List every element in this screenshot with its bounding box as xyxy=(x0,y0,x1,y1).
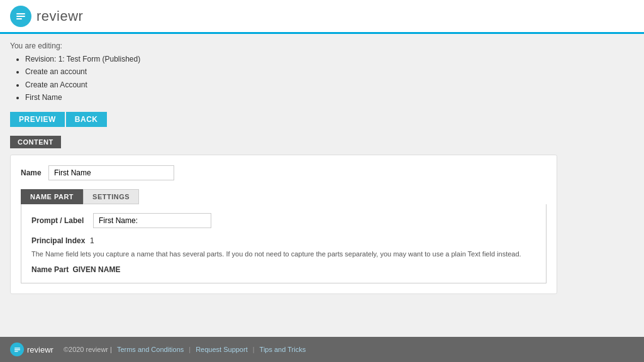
editing-label: You are editing: xyxy=(10,41,634,50)
breadcrumb-item: Create an account xyxy=(25,65,634,78)
form-card: Name NAME PART SETTINGS Prompt / Label P… xyxy=(10,155,557,295)
tab-settings[interactable]: SETTINGS xyxy=(83,189,139,204)
svg-rect-4 xyxy=(14,349,19,349)
name-part-value: GIVEN NAME xyxy=(72,265,120,274)
svg-rect-1 xyxy=(16,16,25,17)
app-logo-text: reviewr xyxy=(36,8,83,25)
breadcrumb-item: First Name xyxy=(25,91,634,104)
svg-rect-3 xyxy=(14,348,19,348)
footer-sep-1: | xyxy=(189,346,191,353)
inner-panel: Prompt / Label Principal Index 1 The Nam… xyxy=(21,204,547,284)
name-row: Name xyxy=(21,165,547,180)
footer-logo: reviewr xyxy=(10,343,53,356)
tab-name-part[interactable]: NAME PART xyxy=(21,189,83,204)
principal-index-value: 1 xyxy=(90,236,94,245)
footer-terms-link[interactable]: Terms and Conditions xyxy=(117,346,184,353)
footer-sep-2: | xyxy=(253,346,255,353)
back-button[interactable]: BACK xyxy=(66,112,107,127)
svg-rect-0 xyxy=(16,13,25,14)
footer-tips-link[interactable]: Tips and Tricks xyxy=(260,346,306,353)
name-part-row: Name Part GIVEN NAME xyxy=(31,265,536,274)
prompt-label: Prompt / Label xyxy=(31,216,88,225)
breadcrumb-list: Revision: 1: Test Form (Published) Creat… xyxy=(10,53,634,104)
main-content: You are editing: Revision: 1: Test Form … xyxy=(0,34,644,337)
app-header: reviewr xyxy=(0,0,644,34)
footer-logo-text: reviewr xyxy=(27,345,53,354)
name-field-label: Name xyxy=(21,168,43,177)
footer-logo-icon xyxy=(10,343,24,356)
name-input[interactable] xyxy=(48,165,174,180)
principal-index-label: Principal Index xyxy=(31,236,85,245)
info-text: The Name field lets you capture a name t… xyxy=(31,249,536,260)
name-part-label: Name Part xyxy=(31,265,69,274)
principal-index-row: Principal Index 1 xyxy=(31,236,536,245)
footer-copyright: ©2020 reviewr | xyxy=(64,346,112,353)
breadcrumb-item: Create an Account xyxy=(25,79,634,91)
app-footer: reviewr ©2020 reviewr | Terms and Condit… xyxy=(0,337,644,362)
svg-rect-5 xyxy=(14,351,18,351)
breadcrumb-item: Revision: 1: Test Form (Published) xyxy=(25,53,634,65)
content-tab[interactable]: CONTENT xyxy=(10,136,61,148)
preview-button[interactable]: PREVIEW xyxy=(10,112,65,127)
svg-rect-2 xyxy=(16,18,22,19)
footer-support-link[interactable]: Request Support xyxy=(196,346,248,353)
prompt-input[interactable] xyxy=(93,213,211,228)
action-buttons: PREVIEW BACK xyxy=(10,112,634,127)
inner-tabs: NAME PART SETTINGS xyxy=(21,189,547,204)
prompt-row: Prompt / Label xyxy=(31,213,536,228)
logo-icon xyxy=(10,6,31,27)
